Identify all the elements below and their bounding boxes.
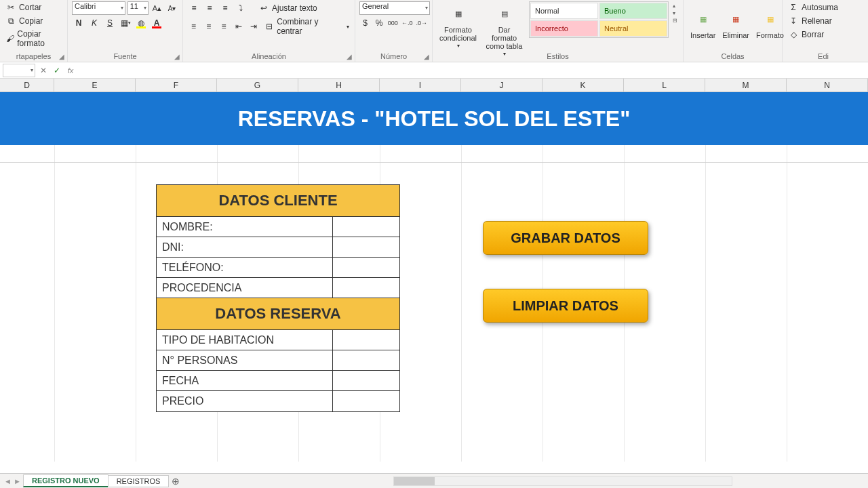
style-incorrecto[interactable]: Incorrecto	[530, 20, 598, 37]
add-sheet-button[interactable]: ⊕	[168, 476, 183, 487]
ribbon: ✂Cortar ⧉Copiar 🖌Copiar formato rtapapel…	[0, 0, 868, 62]
col-header[interactable]: L	[624, 79, 705, 92]
col-header[interactable]: F	[136, 79, 217, 92]
group-label: Fuente	[72, 51, 178, 60]
underline-button[interactable]: S	[103, 16, 117, 30]
brush-icon: 🖌	[5, 33, 14, 44]
field-label-habitacion: TIPO DE HABITACION	[157, 330, 333, 350]
gallery-more-icon[interactable]: ⊟	[673, 18, 677, 24]
number-format-select[interactable]: General▾	[359, 1, 430, 15]
insert-button[interactable]: ▦Insertar	[688, 1, 718, 46]
column-headers: D E F G H I J K L M N	[0, 79, 868, 92]
cut-button[interactable]: ✂Cortar	[4, 1, 63, 14]
chevron-down-icon: ▾	[31, 67, 33, 73]
dialog-launcher-icon[interactable]: ◢	[173, 52, 181, 60]
font-size-select[interactable]: 11▾	[127, 1, 149, 15]
group-editing: ΣAutosuma ↧Rellenar ◇Borrar Edi	[783, 0, 864, 62]
field-value-fecha[interactable]	[333, 371, 399, 390]
field-value-nombre[interactable]	[333, 217, 399, 237]
dialog-launcher-icon[interactable]: ◢	[422, 52, 431, 60]
decimal-decrease-button[interactable]: .0→	[416, 16, 429, 30]
gallery-up-icon[interactable]: ▴	[673, 3, 677, 9]
tab-registros[interactable]: REGISTROS	[108, 475, 170, 487]
field-label-telefono: TELÉFONO:	[157, 258, 333, 277]
align-middle-button[interactable]: ≡	[203, 1, 216, 15]
field-value-telefono[interactable]	[333, 258, 399, 277]
delete-button[interactable]: ▦Eliminar	[719, 1, 752, 46]
horizontal-scrollbar[interactable]	[393, 476, 732, 486]
cond-format-icon: ▦	[448, 3, 469, 24]
align-right-button[interactable]: ≡	[217, 20, 230, 33]
copy-button[interactable]: ⧉Copiar	[4, 15, 63, 27]
dialog-launcher-icon[interactable]: ◢	[345, 52, 353, 60]
italic-button[interactable]: K	[87, 16, 101, 30]
font-color-button[interactable]: A	[150, 16, 163, 30]
font-name-select[interactable]: Calibri▾	[72, 1, 125, 15]
worksheet[interactable]: RESERVAS - "HOTEL SOL DEL ESTE" DATOS CL…	[0, 92, 868, 462]
cut-label: Cortar	[19, 3, 41, 12]
delete-cells-icon: ▦	[725, 8, 747, 30]
fill-color-button[interactable]: ◍	[134, 16, 148, 30]
align-top-button[interactable]: ≡	[187, 1, 201, 15]
name-box[interactable]: ▾	[3, 64, 35, 77]
indent-increase-button[interactable]: ⇥	[248, 20, 260, 33]
indent-decrease-button[interactable]: ⇤	[233, 20, 245, 33]
col-header[interactable]: D	[0, 79, 54, 92]
currency-button[interactable]: $	[359, 16, 371, 30]
group-label: Número	[359, 51, 428, 60]
tab-registro-nuevo[interactable]: REGISTRO NUEVO	[23, 474, 108, 487]
field-value-personas[interactable]	[333, 350, 399, 370]
dialog-launcher-icon[interactable]: ◢	[58, 52, 66, 60]
col-header[interactable]: E	[54, 79, 136, 92]
save-data-button[interactable]: GRABAR DATOS	[483, 221, 648, 255]
col-header[interactable]: K	[542, 79, 624, 92]
format-painter-button[interactable]: 🖌Copiar formato	[4, 28, 63, 49]
accept-formula-button[interactable]: ✓	[50, 64, 64, 77]
col-header[interactable]: G	[217, 79, 298, 92]
percent-button[interactable]: %	[373, 16, 384, 30]
col-header[interactable]: N	[787, 79, 868, 92]
field-value-precio[interactable]	[333, 391, 399, 411]
tab-nav[interactable]: ◄►	[0, 477, 23, 485]
align-bottom-button[interactable]: ≡	[218, 1, 232, 15]
insert-function-button[interactable]: fx	[64, 64, 77, 77]
merge-center-button[interactable]: ⊟Combinar y centrar▾	[262, 16, 351, 37]
align-center-button[interactable]: ≡	[202, 20, 215, 33]
col-header[interactable]: J	[461, 79, 542, 92]
border-button[interactable]: ▦▾	[119, 16, 132, 30]
bold-button[interactable]: N	[72, 16, 85, 30]
decimal-increase-button[interactable]: ←.0	[401, 16, 414, 30]
decrease-font-button[interactable]: A▾	[165, 1, 178, 15]
style-bueno[interactable]: Bueno	[599, 3, 667, 19]
scissors-icon: ✂	[5, 2, 16, 13]
style-neutral[interactable]: Neutral	[599, 20, 667, 37]
increase-font-button[interactable]: A▴	[151, 1, 163, 15]
fill-button[interactable]: ↧Rellenar	[787, 15, 860, 27]
merge-icon: ⊟	[264, 21, 274, 32]
cell-styles-gallery[interactable]: Normal Bueno Incorrecto Neutral	[529, 1, 669, 38]
field-label-dni: DNI:	[157, 237, 333, 257]
conditional-formatting-button[interactable]: ▦Formato condicional▾	[437, 1, 479, 51]
align-left-button[interactable]: ≡	[187, 20, 200, 33]
orientation-button[interactable]: ⤵	[234, 1, 248, 15]
cancel-formula-button[interactable]: ✕	[37, 64, 50, 77]
gallery-down-icon[interactable]: ▾	[673, 10, 677, 16]
field-label-personas: N° PERSONAS	[157, 350, 333, 370]
format-button[interactable]: ▦Formato	[753, 1, 787, 46]
autosum-button[interactable]: ΣAutosuma	[787, 1, 860, 14]
comma-button[interactable]: 000	[387, 16, 399, 30]
field-value-procedencia[interactable]	[333, 278, 399, 298]
col-header[interactable]: H	[298, 79, 380, 92]
group-label: Edi	[787, 51, 860, 60]
col-header[interactable]: M	[705, 79, 787, 92]
wrap-text-button[interactable]: ↩Ajustar texto	[257, 2, 319, 14]
clear-data-button[interactable]: LIMPIAR DATOS	[483, 289, 648, 323]
formula-input[interactable]	[77, 64, 868, 77]
field-value-habitacion[interactable]	[333, 330, 399, 350]
eraser-icon: ◇	[788, 29, 799, 40]
field-label-fecha: FECHA	[157, 371, 333, 390]
field-value-dni[interactable]	[333, 237, 399, 257]
clear-button[interactable]: ◇Borrar	[787, 28, 860, 41]
style-normal[interactable]: Normal	[530, 3, 598, 19]
col-header[interactable]: I	[380, 79, 461, 92]
